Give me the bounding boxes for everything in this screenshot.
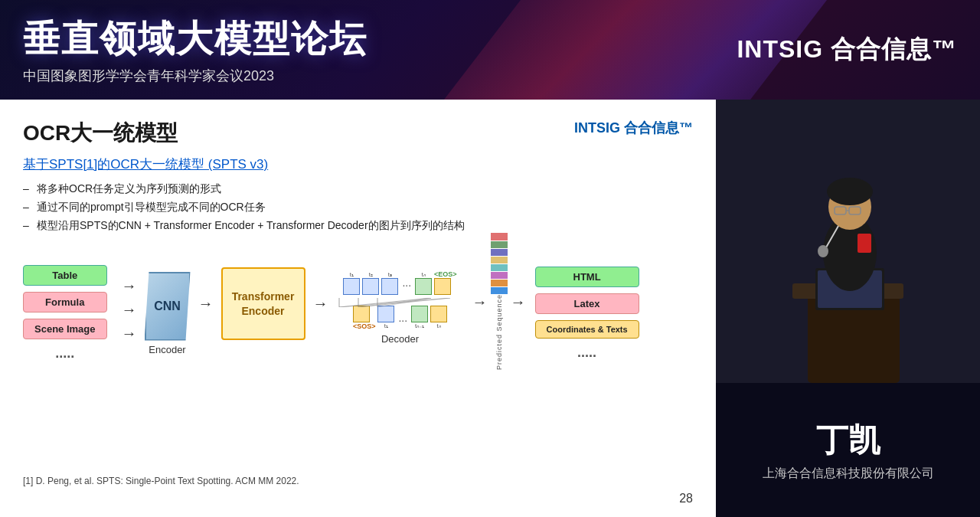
eos-col: <EOS> bbox=[434, 270, 457, 295]
arrow-3: → bbox=[122, 325, 137, 342]
transformer-col: Transformer Encoder bbox=[217, 267, 310, 359]
fm-cell-3 bbox=[491, 249, 508, 256]
cnn-block: CNN bbox=[145, 272, 191, 341]
seq-to-feature: → bbox=[472, 293, 488, 310]
token-t2 bbox=[362, 278, 379, 295]
token-t1b bbox=[377, 306, 394, 322]
speaker-video bbox=[716, 100, 980, 383]
feature-arrow: → bbox=[508, 293, 529, 311]
input-dots: ..... bbox=[23, 345, 107, 362]
speaker-bg bbox=[716, 100, 980, 383]
predicted-label: Predicted Sequence bbox=[495, 294, 503, 370]
slide-title: OCR大一统模型 bbox=[23, 119, 178, 148]
fm-cell-2 bbox=[491, 241, 508, 248]
time-labels-bottom: <SOS> t₁ ... tₙ₋₁ tₙ bbox=[353, 306, 447, 330]
slide-area: OCR大一统模型 INTSIG 合合信息™ 基于SPTS[1]的OCR大一统模型… bbox=[0, 100, 716, 517]
token-t3 bbox=[381, 278, 398, 295]
arrow-2: → bbox=[122, 301, 137, 319]
speaker-company: 上海合合信息科技股份有限公司 bbox=[763, 466, 934, 482]
input-arrows: → → → bbox=[119, 277, 140, 342]
input-scene: Scene Image bbox=[23, 319, 107, 339]
header: 垂直领域大模型论坛 中国图象图形学学会青年科学家会议2023 INTSIG 合合… bbox=[0, 0, 980, 100]
slide-page-number: 28 bbox=[679, 492, 693, 506]
transformer-block: Transformer Encoder bbox=[221, 267, 305, 340]
eos-label: <EOS> bbox=[434, 270, 457, 278]
speaker-illustration bbox=[716, 100, 980, 383]
fm-cell-6 bbox=[491, 272, 508, 279]
transformer-arrow: → bbox=[310, 295, 332, 312]
cnn-label: CNN bbox=[154, 299, 181, 313]
output-dots: ..... bbox=[535, 345, 639, 361]
slide-footnote: [1] D. Peng, et al. SPTS: Single-Point T… bbox=[23, 476, 299, 486]
token-tn1 bbox=[411, 306, 428, 322]
svg-point-15 bbox=[827, 178, 873, 205]
connection-lines bbox=[332, 298, 469, 307]
input-table: Table bbox=[23, 265, 107, 286]
seq-dots-top: ... bbox=[402, 276, 411, 289]
slide-link[interactable]: 基于SPTS[1]的OCR大一统模型 (SPTS v3) bbox=[23, 155, 693, 173]
token-tn bbox=[415, 278, 432, 295]
fm-cell-5 bbox=[491, 264, 508, 271]
output-labels: HTML Latex Coordinates & Texts ..... bbox=[535, 267, 639, 361]
header-title: 垂直领域大模型论坛 bbox=[23, 15, 368, 64]
t2-col: t₂ bbox=[362, 271, 379, 295]
cnn-arrow: → bbox=[195, 295, 217, 312]
svg-rect-19 bbox=[858, 234, 871, 253]
tn-col: tₙ bbox=[415, 271, 432, 295]
sos-label: <SOS> bbox=[353, 322, 376, 330]
transformer-label: Transformer Encoder bbox=[232, 290, 295, 317]
speaker-name: 丁凯 bbox=[816, 419, 880, 462]
tn1-col: tₙ₋₁ bbox=[411, 306, 428, 329]
cnn-col: CNN Encoder bbox=[140, 272, 195, 355]
feature-to-output: → bbox=[511, 293, 526, 310]
fm-cell-7 bbox=[491, 280, 508, 286]
fm-cell-4 bbox=[491, 257, 508, 263]
bullet-3: 模型沿用SPTS的CNN + Transformer Encoder + Tra… bbox=[23, 219, 693, 233]
diagram: Table Formula Scene Image ..... → → → CN… bbox=[23, 244, 693, 382]
svg-line-5 bbox=[358, 298, 431, 307]
header-subtitle: 中国图象图形学学会青年科学家会议2023 bbox=[23, 67, 368, 85]
token-sos bbox=[353, 306, 370, 322]
input-labels: Table Formula Scene Image ..... bbox=[23, 265, 107, 362]
transformer-to-seq: → bbox=[313, 295, 328, 312]
t3-col: t₃ bbox=[381, 271, 398, 295]
fm-cell-1 bbox=[491, 233, 508, 240]
tnb-col: tₙ bbox=[430, 306, 447, 329]
sequence-col: t₁ t₂ t₃ ... tₙ bbox=[332, 270, 469, 345]
encoder-label: Encoder bbox=[149, 344, 185, 355]
feature-map-col: Predicted Sequence bbox=[491, 233, 508, 370]
feature-map bbox=[491, 233, 508, 294]
speaker-info: 丁凯 上海合合信息科技股份有限公司 bbox=[716, 383, 980, 517]
header-left: 垂直领域大模型论坛 中国图象图形学学会青年科学家会议2023 bbox=[23, 15, 368, 85]
slide-header: OCR大一统模型 INTSIG 合合信息™ bbox=[23, 119, 693, 148]
token-tnb bbox=[430, 306, 447, 322]
main-content: OCR大一统模型 INTSIG 合合信息™ 基于SPTS[1]的OCR大一统模型… bbox=[0, 100, 980, 517]
token-eos bbox=[434, 278, 451, 295]
bullet-2: 通过不同的prompt引导模型完成不同的OCR任务 bbox=[23, 201, 693, 214]
seq-dots-bottom: ... bbox=[398, 312, 407, 324]
token-t1 bbox=[343, 278, 360, 295]
connections bbox=[332, 296, 469, 306]
arrow-1: → bbox=[122, 277, 137, 295]
t1-col: t₁ bbox=[343, 271, 360, 295]
sos-col: <SOS> bbox=[353, 306, 376, 330]
header-logo-text: INTSIG 合合信息™ bbox=[737, 35, 957, 63]
decoder-label: Decoder bbox=[381, 333, 419, 345]
output-latex: Latex bbox=[535, 293, 639, 314]
right-panel: 丁凯 上海合合信息科技股份有限公司 bbox=[716, 100, 980, 517]
svg-point-21 bbox=[818, 245, 828, 257]
input-formula: Formula bbox=[23, 292, 107, 312]
t1b-col: t₁ bbox=[377, 306, 394, 329]
bullet-1: 将多种OCR任务定义为序列预测的形式 bbox=[23, 182, 693, 196]
bullet-list: 将多种OCR任务定义为序列预测的形式 通过不同的prompt引导模型完成不同的O… bbox=[23, 182, 693, 233]
cnn-to-transformer: → bbox=[198, 295, 214, 312]
output-coords: Coordinates & Texts bbox=[535, 320, 639, 339]
seq-arrow: → bbox=[469, 293, 491, 311]
header-logo: INTSIG 合合信息™ bbox=[737, 33, 957, 67]
slide-logo: INTSIG 合合信息™ bbox=[574, 119, 693, 137]
time-labels-top: t₁ t₂ t₃ ... tₙ bbox=[343, 270, 456, 295]
output-html: HTML bbox=[535, 267, 639, 287]
